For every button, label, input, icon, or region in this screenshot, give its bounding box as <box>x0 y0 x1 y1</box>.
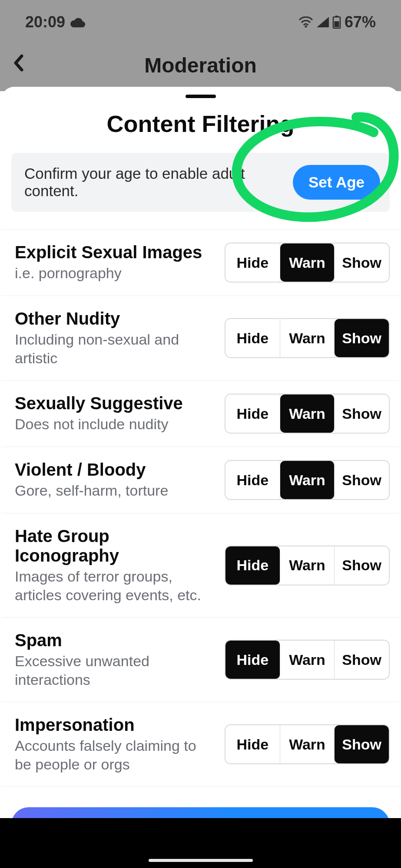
filter-option-hide[interactable]: Hide <box>225 243 280 282</box>
filter-text: Sexually SuggestiveDoes not include nudi… <box>15 394 214 434</box>
background-title: Moderation <box>144 53 257 77</box>
filter-option-show[interactable]: Show <box>335 319 389 357</box>
filter-option-show[interactable]: Show <box>335 461 389 499</box>
filter-subtitle: i.e. pornography <box>15 264 214 283</box>
cloud-icon <box>70 14 85 31</box>
status-battery-text: 67% <box>345 13 376 31</box>
filter-option-show[interactable]: Show <box>335 395 389 433</box>
filter-option-show[interactable]: Show <box>335 725 389 763</box>
filter-text: SpamExcessive unwanted interactions <box>15 631 214 689</box>
filter-text: Other NudityIncluding non-sexual and art… <box>15 309 214 367</box>
filter-list: Explicit Sexual Imagesi.e. pornographyHi… <box>2 229 399 787</box>
filter-option-hide[interactable]: Hide <box>225 725 280 763</box>
filter-segmented-control: HideWarnShow <box>225 640 390 680</box>
filter-option-warn[interactable]: Warn <box>280 461 335 499</box>
filter-row: Other NudityIncluding non-sexual and art… <box>2 296 399 381</box>
filter-option-warn[interactable]: Warn <box>280 395 335 433</box>
filter-subtitle: Gore, self-harm, torture <box>15 481 214 500</box>
filter-row: SpamExcessive unwanted interactionsHideW… <box>2 618 399 702</box>
set-age-button[interactable]: Set Age <box>293 165 380 200</box>
filter-option-warn[interactable]: Warn <box>280 641 335 679</box>
filter-segmented-control: HideWarnShow <box>225 318 390 358</box>
filter-text: Violent / BloodyGore, self-harm, torture <box>15 460 214 500</box>
filter-row: Sexually SuggestiveDoes not include nudi… <box>2 381 399 447</box>
background-nav: Moderation <box>0 43 401 87</box>
filter-title: Explicit Sexual Images <box>15 243 214 262</box>
filter-text: ImpersonationAccounts falsely claiming t… <box>15 715 214 773</box>
age-banner-text: Confirm your age to enable adult content… <box>24 165 288 200</box>
signal-icon <box>317 17 329 27</box>
filter-segmented-control: HideWarnShow <box>225 546 390 585</box>
device-screen: 20:09 67% Modera <box>0 0 401 868</box>
filter-subtitle: Accounts falsely claiming to be people o… <box>15 736 214 773</box>
filter-option-show[interactable]: Show <box>335 546 389 585</box>
svg-point-0 <box>305 26 307 28</box>
back-icon[interactable] <box>12 53 25 77</box>
filter-segmented-control: HideWarnShow <box>225 724 390 764</box>
filter-title: Impersonation <box>15 715 214 735</box>
filter-title: Hate Group Iconography <box>15 526 214 566</box>
filter-subtitle: Including non-sexual and artistic <box>15 330 214 367</box>
filter-option-warn[interactable]: Warn <box>280 725 335 763</box>
battery-icon <box>332 16 341 29</box>
filter-option-hide[interactable]: Hide <box>225 546 280 585</box>
filter-row: ImpersonationAccounts falsely claiming t… <box>2 702 399 787</box>
filter-option-hide[interactable]: Hide <box>225 641 280 679</box>
filter-title: Violent / Bloody <box>15 460 214 480</box>
filter-segmented-control: HideWarnShow <box>225 460 390 500</box>
filter-segmented-control: HideWarnShow <box>225 243 390 283</box>
filter-subtitle: Excessive unwanted interactions <box>15 652 214 689</box>
filter-option-hide[interactable]: Hide <box>225 461 280 499</box>
background-dim: 20:09 67% Modera <box>0 0 401 91</box>
filter-segmented-control: HideWarnShow <box>225 394 390 434</box>
wifi-icon <box>298 16 313 28</box>
filter-row: Hate Group IconographyImages of terror g… <box>2 513 399 618</box>
svg-rect-3 <box>334 21 339 27</box>
filter-option-show[interactable]: Show <box>335 243 389 282</box>
filter-row: Explicit Sexual Imagesi.e. pornographyHi… <box>2 230 399 296</box>
status-time: 20:09 <box>25 13 65 31</box>
filter-text: Explicit Sexual Imagesi.e. pornography <box>15 243 214 283</box>
age-confirmation-banner: Confirm your age to enable adult content… <box>11 153 390 212</box>
filter-subtitle: Does not include nudity <box>15 415 214 434</box>
filter-option-warn[interactable]: Warn <box>280 243 335 282</box>
filter-text: Hate Group IconographyImages of terror g… <box>15 526 214 604</box>
filter-subtitle: Images of terror groups, articles coveri… <box>15 567 214 604</box>
status-bar: 20:09 67% <box>0 0 401 31</box>
sheet-title: Content Filtering <box>2 110 399 137</box>
filter-option-hide[interactable]: Hide <box>225 319 280 357</box>
filter-option-hide[interactable]: Hide <box>225 395 280 433</box>
home-indicator[interactable] <box>149 859 253 862</box>
sheet-drag-handle[interactable] <box>186 95 216 98</box>
filter-option-warn[interactable]: Warn <box>280 319 335 357</box>
content-filtering-sheet: Content Filtering Confirm your age to en… <box>2 87 399 868</box>
filter-row: Violent / BloodyGore, self-harm, torture… <box>2 447 399 513</box>
filter-title: Other Nudity <box>15 309 214 329</box>
filter-title: Sexually Suggestive <box>15 394 214 413</box>
filter-title: Spam <box>15 631 214 650</box>
filter-option-warn[interactable]: Warn <box>280 546 335 585</box>
filter-option-show[interactable]: Show <box>335 641 389 679</box>
